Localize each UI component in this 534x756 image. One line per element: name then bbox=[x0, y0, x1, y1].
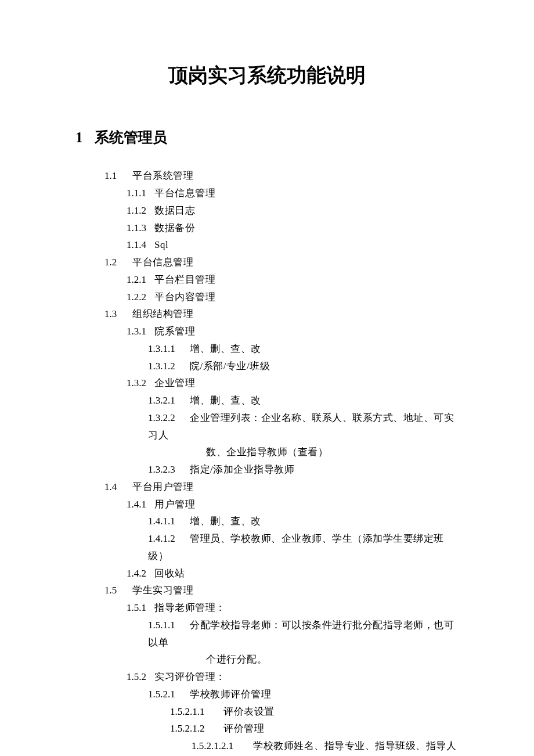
text: 用户管理 bbox=[154, 499, 195, 510]
text: 回收站 bbox=[154, 568, 185, 579]
text: 企业管理列表：企业名称、联系人、联系方式、地址、可实习人 bbox=[148, 412, 454, 441]
text: 组织结构管理 bbox=[132, 308, 193, 319]
item-1-1-2: 1.1.2数据日志 bbox=[75, 202, 459, 219]
num: 1.5.2.1.2.1 bbox=[192, 737, 253, 755]
item-1-3: 1.3组织结构管理 bbox=[75, 305, 459, 323]
item-1-1-1: 1.1.1平台信息管理 bbox=[75, 185, 459, 202]
text: 增、删、查、改 bbox=[190, 343, 261, 354]
text: 学校教师评价管理 bbox=[190, 689, 271, 700]
item-1-3-1-2: 1.3.1.2院/系部/专业/班级 bbox=[75, 358, 459, 375]
text: 指导老师管理： bbox=[154, 602, 226, 613]
num: 1.5.1.1 bbox=[148, 617, 190, 634]
item-1-4-1-1: 1.4.1.1增、删、查、改 bbox=[75, 513, 459, 530]
item-1-1-3: 1.1.3数据备份 bbox=[75, 219, 459, 237]
num: 1.2.1 bbox=[127, 271, 154, 289]
num: 1.5.1 bbox=[127, 599, 154, 617]
num: 1.3.1.2 bbox=[148, 358, 190, 375]
section-1-heading: 1系统管理员 bbox=[75, 125, 459, 150]
text: 评价表设置 bbox=[223, 706, 275, 717]
item-1-5-2: 1.5.2实习评价管理： bbox=[75, 668, 459, 686]
text: 指定/添加企业指导教师 bbox=[190, 464, 294, 475]
item-1-2-2: 1.2.2平台内容管理 bbox=[75, 289, 459, 306]
num: 1.4 bbox=[104, 478, 132, 496]
num: 1.1.3 bbox=[127, 219, 154, 237]
num: 1.2 bbox=[104, 254, 132, 271]
item-1-3-2: 1.3.2企业管理 bbox=[75, 375, 459, 392]
text: 院/系部/专业/班级 bbox=[190, 361, 270, 372]
section-1-number: 1 bbox=[75, 129, 83, 145]
num: 1.3.1 bbox=[127, 323, 154, 340]
num: 1.4.1.1 bbox=[148, 513, 190, 530]
text: 平台系统管理 bbox=[132, 170, 193, 181]
num: 1.5.2 bbox=[127, 668, 154, 686]
num: 1.1.4 bbox=[127, 236, 154, 254]
num: 1.1 bbox=[104, 167, 132, 185]
item-1-2-1: 1.2.1平台栏目管理 bbox=[75, 271, 459, 289]
item-1-2: 1.2平台信息管理 bbox=[75, 254, 459, 271]
item-1-3-2-3: 1.3.2.3指定/添加企业指导教师 bbox=[75, 461, 459, 478]
item-1-5-1: 1.5.1指导老师管理： bbox=[75, 599, 459, 617]
item-1-3-2-1: 1.3.2.1增、删、查、改 bbox=[75, 392, 459, 409]
item-1-3-2-2: 1.3.2.2企业管理列表：企业名称、联系人、联系方式、地址、可实习人 bbox=[75, 409, 459, 444]
section-1-title: 系统管理员 bbox=[95, 129, 167, 145]
num: 1.5.2.1.1 bbox=[170, 703, 223, 721]
item-1-5: 1.5学生实习管理 bbox=[75, 582, 459, 599]
text: 数、企业指导教师（查看） bbox=[206, 447, 328, 458]
text: 数据日志 bbox=[154, 205, 195, 216]
text: 院系管理 bbox=[154, 326, 195, 337]
item-1-5-1-1-cont: 个进行分配。 bbox=[75, 651, 459, 668]
text: 增、删、查、改 bbox=[190, 516, 261, 527]
num: 1.3.1.1 bbox=[148, 340, 190, 358]
text: 平台用户管理 bbox=[132, 481, 193, 492]
item-1-5-2-1-2-1: 1.5.2.1.2.1学校教师姓名、指导专业、指导班级、指导人数、企 bbox=[75, 737, 459, 756]
text: 学生实习管理 bbox=[132, 585, 193, 596]
num: 1.3.2 bbox=[127, 375, 154, 392]
text: 管理员、学校教师、企业教师、学生（添加学生要绑定班级） bbox=[148, 533, 444, 561]
document-title: 顶岗实习系统功能说明 bbox=[75, 58, 459, 93]
text: 平台信息管理 bbox=[154, 188, 215, 199]
num: 1.1.1 bbox=[127, 185, 154, 202]
num: 1.3.2.1 bbox=[148, 392, 190, 409]
num: 1.4.1.2 bbox=[148, 530, 190, 548]
num: 1.5.2.1 bbox=[148, 686, 190, 703]
num: 1.5 bbox=[104, 582, 132, 599]
item-1-5-2-1-1: 1.5.2.1.1评价表设置 bbox=[75, 703, 459, 721]
num: 1.3 bbox=[104, 305, 132, 323]
item-1-5-1-1: 1.5.1.1分配学校指导老师：可以按条件进行批分配指导老师，也可以单 bbox=[75, 617, 459, 651]
num: 1.3.2.3 bbox=[148, 461, 190, 478]
num: 1.5.2.1.2 bbox=[170, 720, 223, 737]
item-1-1: 1.1平台系统管理 bbox=[75, 167, 459, 185]
item-1-1-4: 1.1.4Sql bbox=[75, 236, 459, 254]
text: 企业管理 bbox=[154, 377, 195, 388]
item-1-4-1: 1.4.1用户管理 bbox=[75, 496, 459, 513]
item-1-4-2: 1.4.2回收站 bbox=[75, 565, 459, 582]
text: 平台栏目管理 bbox=[154, 274, 215, 285]
text: 实习评价管理： bbox=[154, 671, 226, 682]
text: 数据备份 bbox=[154, 222, 195, 233]
text: 分配学校指导老师：可以按条件进行批分配指导老师，也可以单 bbox=[148, 620, 454, 648]
text: 增、删、查、改 bbox=[190, 395, 261, 406]
item-1-3-1: 1.3.1院系管理 bbox=[75, 323, 459, 340]
item-1-5-2-1-2: 1.5.2.1.2评价管理 bbox=[75, 720, 459, 737]
num: 1.1.2 bbox=[127, 202, 154, 219]
text: 平台信息管理 bbox=[132, 257, 193, 268]
num: 1.4.2 bbox=[127, 565, 154, 582]
num: 1.3.2.2 bbox=[148, 409, 190, 427]
text: Sql bbox=[154, 239, 168, 250]
text: 平台内容管理 bbox=[154, 291, 215, 303]
item-1-4: 1.4平台用户管理 bbox=[75, 478, 459, 496]
item-1-5-2-1: 1.5.2.1学校教师评价管理 bbox=[75, 686, 459, 703]
item-1-3-1-1: 1.3.1.1增、删、查、改 bbox=[75, 340, 459, 358]
num: 1.2.2 bbox=[127, 289, 154, 306]
item-1-4-1-2: 1.4.1.2管理员、学校教师、企业教师、学生（添加学生要绑定班级） bbox=[75, 530, 459, 565]
item-1-3-2-2-cont: 数、企业指导教师（查看） bbox=[75, 444, 459, 461]
num: 1.4.1 bbox=[127, 496, 154, 513]
text: 个进行分配。 bbox=[206, 654, 267, 665]
text: 评价管理 bbox=[223, 723, 264, 734]
